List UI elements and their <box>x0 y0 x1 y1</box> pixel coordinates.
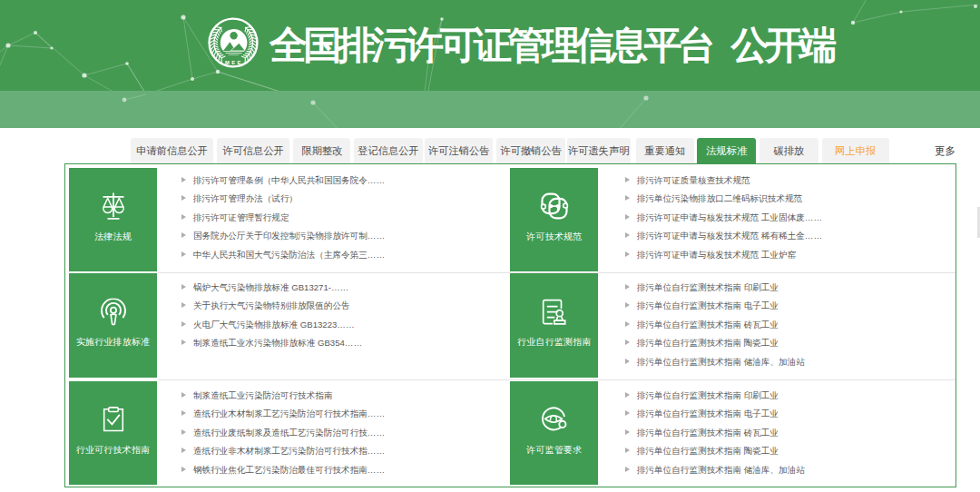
svg-text:MEE: MEE <box>225 60 243 65</box>
